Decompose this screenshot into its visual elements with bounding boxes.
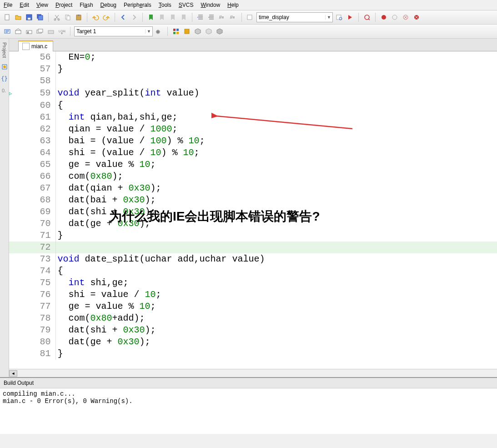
breakpoint-kill-icon[interactable] [412,13,421,22]
menu-file[interactable]: File [4,2,12,8]
nav-forward-icon[interactable] [130,13,139,22]
code-line[interactable]: shi = value / 10; [55,289,497,301]
code-line[interactable]: qian = value / 1000; [55,123,497,135]
svg-rect-0 [5,15,9,20]
search-input[interactable] [257,13,325,22]
code-editor[interactable]: 56 EN=0;57}58▷59void year_split(int valu… [9,51,497,369]
target-dropdown-icon[interactable]: ▼ [145,29,152,34]
search-combo[interactable]: ▼ [256,12,333,22]
bookmark-clear-icon[interactable] [179,13,188,22]
sidebar-braces-icon[interactable]: {} [0,74,9,83]
code-line[interactable]: void date_split(uchar add,uchar value) [55,253,497,265]
save-all-icon[interactable] [35,13,45,22]
new-file-icon[interactable] [3,13,12,22]
manage-rte-icon[interactable] [171,27,181,36]
pack-icon[interactable] [215,27,224,36]
menu-tools[interactable]: Tools [159,2,171,8]
code-line[interactable]: ge = value % 10; [55,159,497,171]
find-icon[interactable] [246,13,255,22]
download-icon[interactable]: LOAD [57,27,66,36]
rebuild-icon[interactable] [25,27,34,36]
line-number: 71 [24,230,55,242]
select-packs-icon[interactable] [182,27,191,36]
books-icon[interactable] [204,27,213,36]
line-number: 79 [24,324,55,336]
code-line[interactable]: dat(shi + 0x30); [55,206,497,218]
code-line[interactable]: dat(qian + 0x30); [55,182,497,194]
menu-help[interactable]: Help [227,2,239,8]
menu-view[interactable]: View [36,2,48,8]
comment-icon[interactable]: //≡ [218,13,227,22]
code-line[interactable]: ge = value % 10; [55,301,497,312]
indent-icon[interactable] [196,13,205,22]
unindent-icon[interactable] [207,13,216,22]
sidebar-func-icon[interactable]: 0. [0,86,9,95]
code-line[interactable]: int shi,ge; [55,277,497,289]
horizontal-scrollbar[interactable]: ◄ [9,369,497,377]
copy-icon[interactable] [63,13,72,22]
paste-icon[interactable] [74,13,83,22]
main-area: Project {} 0. mian.c 56 EN=0;57}58▷59voi… [0,39,497,377]
target-input[interactable] [75,27,145,36]
cut-icon[interactable] [52,13,61,22]
save-icon[interactable] [25,13,34,22]
build-icon[interactable] [14,27,23,36]
menu-project[interactable]: Project [55,2,72,8]
find-next-icon[interactable] [335,13,344,22]
menu-edit[interactable]: Edit [20,2,29,8]
build-output-body[interactable]: compiling mian.c... mian.c - 0 Error(s),… [0,388,497,434]
scroll-left-icon[interactable]: ◄ [9,370,17,377]
stop-build-icon[interactable] [46,27,55,36]
batch-build-icon[interactable] [35,27,45,36]
code-line[interactable]: } [55,230,497,242]
project-tab[interactable]: Project [1,40,8,60]
code-line[interactable]: } [55,348,497,360]
code-line[interactable]: { [55,100,497,111]
svg-rect-23 [26,30,32,34]
redo-icon[interactable] [102,13,111,22]
code-line[interactable] [55,75,497,87]
code-line[interactable]: bai = (value / 100) % 10; [55,135,497,147]
options-icon[interactable] [155,27,164,36]
code-line[interactable]: dat(ge + 0x30); [55,336,497,348]
translate-icon[interactable] [3,27,12,36]
code-line[interactable]: dat(bai + 0x30); [55,194,497,206]
target-combo[interactable]: ▼ [74,26,153,36]
code-line[interactable] [55,242,497,253]
menu-window[interactable]: Window [201,2,220,8]
code-line[interactable]: dat(ge + 0x30); [55,218,497,230]
breakpoint-icon[interactable] [379,13,388,22]
open-file-icon[interactable] [14,13,23,22]
code-line[interactable]: void year_split(int value) [55,87,497,100]
code-line[interactable]: com(0x80+add); [55,312,497,324]
code-line[interactable]: com(0x80); [55,171,497,182]
file-tab[interactable]: mian.c [18,40,53,51]
debug-run-icon[interactable] [346,13,355,22]
search-dropdown-icon[interactable]: ▼ [325,15,332,20]
code-line[interactable]: EN=0; [55,51,497,63]
code-line[interactable]: shi = (value / 10) % 10; [55,147,497,159]
line-number: 81 [24,348,55,360]
code-line[interactable]: { [55,265,497,277]
menu-svcs[interactable]: SVCS [179,2,194,8]
undo-icon[interactable] [91,13,100,22]
code-line[interactable]: int qian,bai,shi,ge; [55,111,497,123]
code-line[interactable]: dat(shi + 0x30); [55,324,497,336]
line-number: 65 [24,159,55,171]
pack-installer-icon[interactable] [193,27,202,36]
toolbar-main: //≡ //≡ ▼ [0,10,497,25]
menu-debug[interactable]: Debug [100,2,116,8]
bookmark-prev-icon[interactable] [157,13,166,22]
svg-rect-32 [176,32,179,34]
menu-peripherals[interactable]: Peripherals [124,2,151,8]
uncomment-icon[interactable]: //≡ [229,13,238,22]
breakpoint-delete-icon[interactable] [401,13,410,22]
code-line[interactable]: } [55,63,497,75]
debug-start-icon[interactable] [362,13,371,22]
sidebar-icon-1[interactable] [0,62,9,71]
bookmark-next-icon[interactable] [168,13,177,22]
nav-back-icon[interactable] [119,13,128,22]
bookmark-icon[interactable] [146,13,156,22]
breakpoint-disable-icon[interactable] [390,13,399,22]
menu-flash[interactable]: Flash [80,2,93,8]
